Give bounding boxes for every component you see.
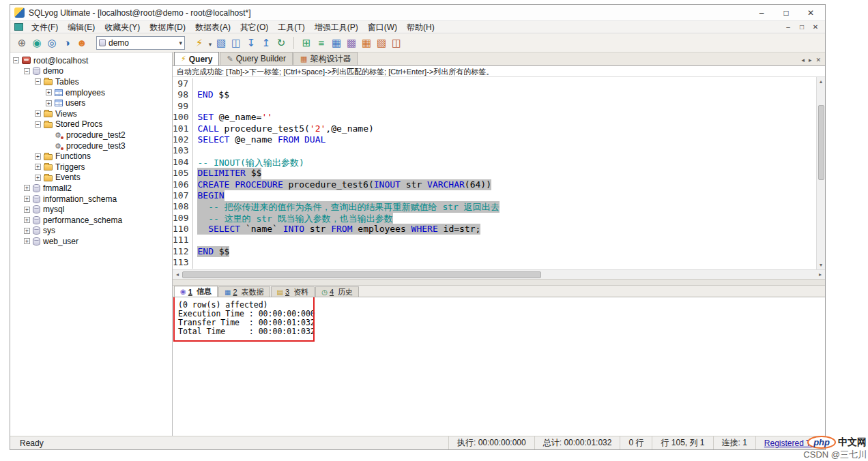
reconnect-icon[interactable]: ◑ (59, 35, 74, 50)
menu-item--d-[interactable]: 数据库(D) (145, 22, 190, 33)
tree-expander-icon[interactable]: + (35, 110, 41, 117)
result-tab--[interactable]: ◉1 信息 (174, 286, 218, 297)
tree-node-events[interactable]: +Events (12, 173, 172, 183)
tree-node-procedure-test3[interactable]: procedure_test3 (12, 140, 172, 151)
disconnect-icon[interactable]: ◎ (44, 35, 59, 50)
tab--[interactable]: ▦架构设计器 (293, 52, 358, 65)
new-connection-icon[interactable]: ⊕ (14, 35, 29, 50)
result-tab--[interactable]: ▦2 表数据 (218, 286, 270, 297)
minimize-button[interactable]: – (757, 8, 766, 18)
tree-expander-icon[interactable]: − (13, 57, 19, 63)
vertical-scroll-thumb[interactable] (818, 105, 824, 180)
tree-node-functions[interactable]: +Functions (12, 151, 172, 162)
tree-node-fmmall2[interactable]: +fmmall2 (12, 183, 172, 194)
selected-code-text: CREATE PROCEDURE procedure_test6(INOUT s… (197, 179, 491, 190)
tree-node-stored-procs[interactable]: −Stored Procs (12, 119, 172, 130)
menu-item--p-[interactable]: 增强工具(P) (310, 22, 363, 33)
result-tab--[interactable]: ◷4 历史 (315, 286, 359, 297)
mdi-close-button[interactable]: ✕ (811, 23, 820, 31)
tab-query-builder[interactable]: ✎Query Builder (220, 52, 293, 65)
tree-node-demo[interactable]: −demo (12, 66, 172, 77)
tree-expander-icon[interactable]: + (35, 164, 41, 170)
status-segment-0-: 0 行 (620, 436, 652, 449)
refresh-icon[interactable]: ↻ (274, 35, 289, 50)
scroll-right-icon[interactable]: ▸ (815, 271, 825, 278)
tree-node-users[interactable]: +users (12, 98, 172, 108)
new-table-icon[interactable]: ⊞ (299, 35, 314, 50)
window-title: SQLyog Ultimate - [localhost@root@demo -… (29, 8, 251, 18)
query-tabstrip: ⚡Query✎Query Builder▦架构设计器 ◂ ▸ ✕ (173, 53, 825, 66)
menu-item--a-[interactable]: 数据表(A) (190, 22, 235, 33)
schema-designer-icon[interactable]: ▦ (359, 35, 374, 50)
menu-item--e-[interactable]: 编辑(E) (63, 22, 100, 33)
tree-node-sys[interactable]: +sys (12, 226, 172, 237)
tree-node-procedure-test2[interactable]: procedure_test2 (12, 130, 172, 140)
menu-item--o-[interactable]: 其它(O) (235, 22, 273, 33)
tree-expander-icon[interactable]: + (24, 238, 30, 244)
schema-sync-icon[interactable]: ◫ (389, 35, 404, 50)
line-number: 102 (173, 134, 193, 145)
tree-expander-icon[interactable]: − (35, 78, 41, 85)
toolbar: ⊕◉◎◑☻ demo ▾ ⚡▾▧◫↧↥↻ ⊞≡▦▩▦▧◫ (10, 33, 825, 53)
tree-expander-icon[interactable]: + (35, 153, 41, 160)
menu-item--t-[interactable]: 工具(T) (273, 22, 309, 33)
tab-query[interactable]: ⚡Query (174, 52, 219, 65)
tab-scroll-left-icon[interactable]: ◂ (801, 57, 805, 63)
tab-scroll-right-icon[interactable]: ▸ (809, 57, 812, 63)
chevron-down-icon[interactable]: ▾ (207, 41, 214, 48)
save-query-icon[interactable]: ◫ (229, 35, 244, 50)
user-manager-icon[interactable]: ☻ (74, 35, 89, 50)
tree-node-mysql[interactable]: +mysql (12, 204, 172, 215)
tree-expander-icon[interactable]: + (35, 175, 41, 181)
sql-editor[interactable]: 9798END $$99100SET @e_name=''101CALL pro… (173, 77, 816, 269)
mdi-restore-button[interactable]: □ (798, 23, 806, 31)
tree-node-triggers[interactable]: +Triggers (12, 162, 172, 173)
panel-splitter[interactable] (173, 279, 825, 286)
scroll-down-icon[interactable]: ▾ (820, 261, 822, 269)
chevron-down-icon[interactable]: ▾ (179, 40, 182, 46)
status-segment--: 总计: 00:00:01:032 (534, 436, 620, 449)
tree-node-employees[interactable]: +employees (12, 87, 172, 98)
editor-horizontal-scrollbar[interactable]: ◂ ▸ (173, 269, 825, 279)
mdi-minimize-button[interactable]: – (784, 23, 792, 31)
tree-node-performance-schema[interactable]: +performance_schema (12, 215, 172, 226)
menu-item--w-[interactable]: 窗口(W) (363, 22, 402, 33)
scroll-left-icon[interactable]: ◂ (173, 271, 182, 278)
tree-node-tables[interactable]: −Tables (12, 76, 172, 87)
execute-query-icon[interactable]: ⚡ (192, 35, 207, 50)
menu-item--h-[interactable]: 帮助(H) (402, 22, 439, 33)
result-tab--[interactable]: ▤3 资料 (271, 286, 315, 297)
blob-viewer-icon[interactable]: ▩ (344, 35, 359, 50)
scroll-up-icon[interactable]: ▴ (820, 77, 822, 86)
close-button[interactable]: ✕ (806, 8, 815, 18)
tab-close-icon[interactable]: ✕ (815, 57, 821, 63)
tree-expander-icon[interactable]: + (24, 228, 30, 234)
maximize-button[interactable]: □ (781, 8, 791, 18)
tree-label: users (66, 98, 85, 108)
tree-expander-icon[interactable]: − (35, 121, 41, 128)
tree-node-web-user[interactable]: +web_user (12, 236, 172, 247)
tree-expander-icon[interactable]: − (24, 68, 30, 74)
open-query-icon[interactable]: ▧ (214, 35, 229, 50)
database-select[interactable]: demo ▾ (96, 36, 185, 50)
tree-expander-icon[interactable]: + (46, 100, 52, 106)
insert-rows-icon[interactable]: ≡ (314, 35, 329, 50)
folder-icon (44, 111, 53, 117)
import-icon[interactable]: ↥ (259, 35, 274, 50)
connect-icon[interactable]: ◉ (29, 35, 44, 50)
tree-expander-icon[interactable]: + (24, 217, 30, 223)
table-data-icon[interactable]: ▦ (329, 35, 344, 50)
tree-node-root-localhost[interactable]: −root@localhost (12, 55, 172, 66)
menu-item--y-[interactable]: 收藏夹(Y) (100, 22, 145, 33)
horizontal-scroll-thumb[interactable] (182, 271, 541, 278)
tree-node-information-schema[interactable]: +information_schema (12, 194, 172, 205)
tree-expander-icon[interactable]: + (46, 89, 52, 95)
tree-expander-icon[interactable]: + (24, 185, 30, 191)
query-builder-icon[interactable]: ▧ (374, 35, 389, 50)
tree-expander-icon[interactable]: + (24, 196, 30, 202)
export-resultset-icon[interactable]: ↧ (244, 35, 259, 50)
tree-node-views[interactable]: +Views (12, 108, 172, 119)
editor-vertical-scrollbar[interactable]: ▴ ▾ (816, 77, 825, 269)
menu-item--f-[interactable]: 文件(F) (27, 22, 63, 33)
tree-expander-icon[interactable]: + (24, 207, 30, 213)
